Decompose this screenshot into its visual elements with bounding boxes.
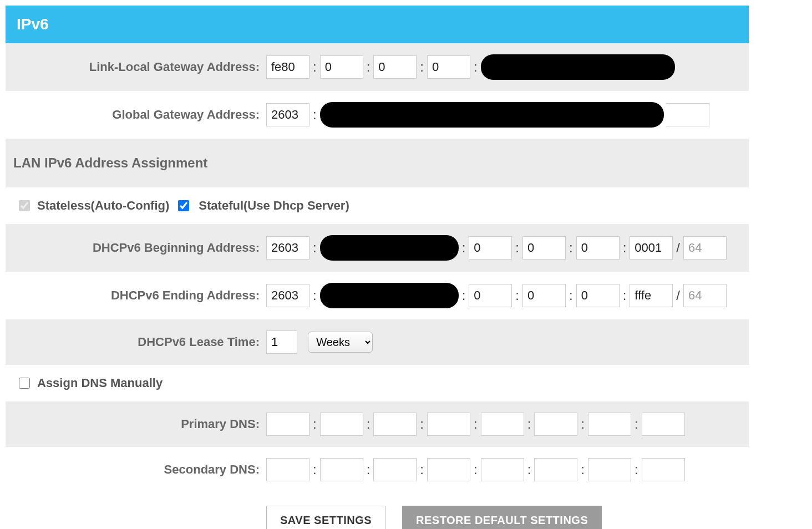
dhcp-begin-seg8[interactable]: [630, 236, 673, 260]
colon-icon: :: [473, 59, 479, 75]
colon-icon: :: [312, 416, 318, 432]
dhcp-begin-seg6[interactable]: [522, 236, 566, 260]
row-dhcp-end: DHCPv6 Ending Address: : : : : : /: [6, 272, 749, 319]
secondary-dns-seg3[interactable]: [373, 458, 417, 481]
colon-icon: :: [473, 416, 479, 432]
dhcp-end-prefix: [683, 284, 727, 307]
colon-icon: :: [514, 288, 520, 303]
label-stateful: Stateful(Use Dhcp Server): [199, 199, 349, 213]
primary-dns-seg4[interactable]: [427, 413, 470, 436]
secondary-dns-seg1[interactable]: [266, 458, 309, 481]
secondary-dns-seg7[interactable]: [588, 458, 631, 481]
secondary-dns-seg2[interactable]: [320, 458, 363, 481]
checkbox-assign-dns[interactable]: [19, 378, 30, 389]
lease-time-value[interactable]: [266, 330, 297, 354]
colon-icon: :: [312, 240, 318, 256]
value-lease-time: Weeks: [266, 330, 743, 354]
secondary-dns-seg5[interactable]: [481, 458, 524, 481]
row-primary-dns: Primary DNS: : : : : : : :: [6, 401, 749, 447]
colon-icon: :: [580, 416, 586, 432]
value-link-local: : : : :: [266, 54, 743, 80]
row-assignment-mode: Stateless(Auto-Config) Stateful(Use Dhcp…: [6, 187, 749, 224]
label-lease-time: DHCPv6 Lease Time:: [11, 335, 266, 349]
lease-time-unit[interactable]: Weeks: [308, 332, 373, 353]
row-global-gateway: Global Gateway Address: :: [6, 91, 749, 139]
secondary-dns-seg4[interactable]: [427, 458, 470, 481]
button-row: SAVE SETTINGS RESTORE DEFAULT SETTINGS: [6, 492, 749, 529]
row-dhcp-begin: DHCPv6 Beginning Address: : : : : : /: [6, 224, 749, 272]
value-secondary-dns: : : : : : : :: [266, 458, 743, 481]
colon-icon: :: [633, 462, 640, 477]
dhcp-end-seg6[interactable]: [522, 284, 566, 307]
link-local-seg3[interactable]: [373, 55, 417, 79]
save-settings-button[interactable]: SAVE SETTINGS: [266, 506, 385, 529]
redacted-link-local: [481, 54, 675, 80]
colon-icon: :: [366, 59, 372, 75]
colon-icon: :: [461, 240, 467, 256]
value-primary-dns: : : : : : : :: [266, 413, 743, 436]
colon-icon: :: [312, 462, 318, 477]
dhcp-begin-seg7[interactable]: [576, 236, 620, 260]
colon-icon: :: [580, 462, 586, 477]
primary-dns-seg8[interactable]: [642, 413, 685, 436]
dhcp-end-seg7[interactable]: [576, 284, 620, 307]
colon-icon: :: [568, 240, 574, 256]
value-dhcp-end: : : : : : /: [266, 283, 743, 308]
panel-title: IPv6: [17, 16, 49, 33]
primary-dns-seg1[interactable]: [266, 413, 309, 436]
row-lease-time: DHCPv6 Lease Time: Weeks: [6, 319, 749, 365]
dhcp-end-seg1[interactable]: [266, 284, 309, 307]
label-secondary-dns: Secondary DNS:: [11, 462, 266, 477]
primary-dns-seg5[interactable]: [481, 413, 524, 436]
colon-icon: :: [419, 462, 425, 477]
value-global-gateway: :: [266, 102, 743, 128]
primary-dns-seg7[interactable]: [588, 413, 631, 436]
panel-header: IPv6: [6, 6, 749, 43]
label-link-local: Link-Local Gateway Address:: [11, 60, 266, 74]
label-dhcp-begin: DHCPv6 Beginning Address:: [11, 241, 266, 255]
row-secondary-dns: Secondary DNS: : : : : : : :: [6, 447, 749, 492]
dhcp-begin-seg1[interactable]: [266, 236, 309, 260]
dhcp-end-seg5[interactable]: [469, 284, 512, 307]
link-local-seg1[interactable]: [266, 55, 309, 79]
secondary-dns-seg8[interactable]: [642, 458, 685, 481]
slash-icon: /: [675, 240, 681, 256]
ipv6-panel: IPv6 Link-Local Gateway Address: : : : :…: [6, 6, 749, 529]
colon-icon: :: [461, 288, 467, 303]
colon-icon: :: [419, 416, 425, 432]
redacted-dhcp-end: [320, 283, 459, 308]
colon-icon: :: [366, 462, 372, 477]
colon-icon: :: [622, 288, 628, 303]
colon-icon: :: [568, 288, 574, 303]
dhcp-begin-prefix: [683, 236, 727, 260]
row-link-local: Link-Local Gateway Address: : : : :: [6, 43, 749, 91]
checkbox-stateful[interactable]: [178, 200, 189, 211]
colon-icon: :: [514, 240, 520, 256]
label-dhcp-end: DHCPv6 Ending Address:: [11, 288, 266, 303]
colon-icon: :: [473, 462, 479, 477]
primary-dns-seg2[interactable]: [320, 413, 363, 436]
colon-icon: :: [366, 416, 372, 432]
slash-icon: /: [675, 288, 681, 303]
primary-dns-seg6[interactable]: [534, 413, 577, 436]
label-primary-dns: Primary DNS:: [11, 417, 266, 431]
label-stateless: Stateless(Auto-Config): [37, 199, 169, 213]
colon-icon: :: [419, 59, 425, 75]
global-gateway-tail: [666, 103, 709, 126]
redacted-dhcp-begin: [320, 235, 459, 261]
colon-icon: :: [526, 416, 532, 432]
global-gateway-seg1[interactable]: [266, 103, 309, 126]
secondary-dns-seg6[interactable]: [534, 458, 577, 481]
dhcp-end-seg8[interactable]: [630, 284, 673, 307]
redacted-global-gateway: [320, 102, 664, 128]
label-global-gateway: Global Gateway Address:: [11, 108, 266, 122]
colon-icon: :: [622, 240, 628, 256]
link-local-seg2[interactable]: [320, 55, 363, 79]
row-assign-dns: Assign DNS Manually: [6, 365, 749, 401]
primary-dns-seg3[interactable]: [373, 413, 417, 436]
value-dhcp-begin: : : : : : /: [266, 235, 743, 261]
dhcp-begin-seg5[interactable]: [469, 236, 512, 260]
colon-icon: :: [312, 59, 318, 75]
link-local-seg4[interactable]: [427, 55, 470, 79]
restore-defaults-button[interactable]: RESTORE DEFAULT SETTINGS: [402, 506, 602, 529]
